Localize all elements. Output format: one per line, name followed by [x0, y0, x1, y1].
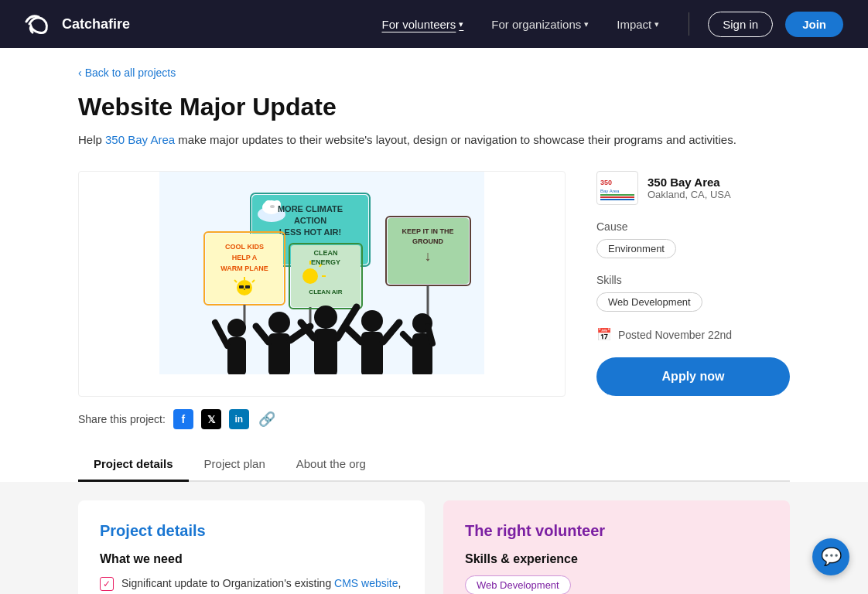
svg-text:KEEP IT IN THE: KEEP IT IN THE: [402, 227, 454, 235]
org-info: 350 Bay Area Oakland, CA, USA: [648, 176, 731, 200]
org-location: Oakland, CA, USA: [648, 189, 731, 200]
org-name: 350 Bay Area: [648, 176, 731, 189]
svg-text:ACTION: ACTION: [294, 216, 326, 225]
svg-text:Bay Area: Bay Area: [600, 189, 620, 193]
right-card-title: The right volunteer: [465, 522, 768, 540]
cause-label: Cause: [596, 220, 790, 233]
svg-text:LESS HOT AIR!: LESS HOT AIR!: [279, 227, 341, 237]
svg-rect-64: [600, 194, 634, 196]
project-image-column: MORE CLIMATE ACTION LESS HOT AIR! CLEAN …: [78, 171, 566, 429]
project-image: MORE CLIMATE ACTION LESS HOT AIR! CLEAN …: [78, 171, 566, 397]
bottom-cards: Project details What we need ✓ Significa…: [63, 500, 805, 594]
svg-text:HELP A: HELP A: [232, 254, 258, 261]
chat-icon: 💬: [821, 547, 842, 567]
logo[interactable]: Catchafire: [25, 12, 130, 36]
svg-rect-42: [227, 337, 246, 376]
join-button[interactable]: Join: [785, 12, 843, 37]
breadcrumb-label: Back to all projects: [85, 67, 176, 79]
skill-tag-pink: Web Development: [465, 575, 571, 594]
svg-text:MORE CLIMATE: MORE CLIMATE: [278, 204, 343, 213]
svg-text:WARM PLANE: WARM PLANE: [220, 265, 268, 272]
nav-volunteers[interactable]: For volunteers ▾: [371, 12, 474, 37]
checkbox-row: ✓ Significant update to Organization's e…: [100, 575, 403, 594]
link-share-icon[interactable]: 🔗: [257, 409, 277, 429]
apply-button[interactable]: Apply now: [596, 357, 790, 396]
logo-text: Catchafire: [62, 16, 130, 32]
posted-text: Posted November 22nd: [618, 329, 732, 341]
twitter-share-icon[interactable]: 𝕏: [201, 409, 221, 429]
svg-rect-53: [361, 332, 383, 377]
svg-point-14: [302, 268, 318, 284]
chevron-down-icon: ▾: [584, 19, 589, 29]
cms-link[interactable]: CMS website: [334, 577, 398, 589]
chat-button[interactable]: 💬: [812, 538, 849, 575]
tab-project-details[interactable]: Project details: [78, 448, 189, 482]
org-card: 350 Bay Area 350 Bay Area Oakland, CA, U…: [596, 171, 790, 205]
chevron-down-icon: ▾: [459, 19, 463, 29]
skills-tag: Web Development: [596, 292, 702, 312]
skills-label: Skills: [596, 274, 790, 286]
checkbox-icon: ✓: [100, 577, 114, 591]
svg-rect-66: [600, 199, 634, 200]
desc-suffix: make major updates to their website's la…: [175, 133, 736, 146]
svg-text:GROUND: GROUND: [412, 237, 443, 245]
svg-point-44: [268, 312, 290, 333]
svg-rect-35: [245, 285, 250, 288]
tabs-bar: Project details Project plan About the o…: [78, 448, 790, 482]
svg-text:350: 350: [600, 179, 612, 186]
svg-text:COOL KIDS: COOL KIDS: [225, 243, 264, 251]
svg-point-7: [270, 205, 275, 208]
skills-section: Skills Web Development: [596, 274, 790, 312]
bottom-section: Project details What we need ✓ Significa…: [0, 482, 868, 594]
facebook-share-icon[interactable]: f: [173, 409, 193, 429]
back-arrow-icon: ‹: [78, 67, 82, 79]
svg-text:CLEAN AIR: CLEAN AIR: [309, 288, 342, 295]
cause-tag: Environment: [596, 239, 676, 258]
svg-point-48: [314, 306, 337, 329]
linkedin-share-icon[interactable]: in: [229, 409, 249, 429]
svg-point-41: [227, 319, 246, 337]
what-we-need-title: What we need: [100, 552, 403, 566]
project-sidebar: 350 Bay Area 350 Bay Area Oakland, CA, U…: [596, 171, 790, 396]
svg-rect-65: [600, 196, 634, 198]
calendar-icon: 📅: [596, 327, 612, 342]
svg-rect-34: [239, 285, 244, 288]
chevron-down-icon: ▾: [654, 19, 659, 29]
checkbox-text: Significant update to Organization's exi…: [121, 575, 403, 594]
breadcrumb[interactable]: ‹ Back to all projects: [78, 67, 790, 79]
nav-impact[interactable]: Impact ▾: [606, 12, 670, 37]
share-row: Share this project: f 𝕏 in 🔗: [78, 409, 566, 429]
svg-point-52: [361, 310, 383, 332]
right-card: The right volunteer Skills & experience …: [443, 500, 790, 594]
nav-organizations[interactable]: For organizations ▾: [480, 12, 600, 37]
detail-card: Project details What we need ✓ Significa…: [78, 500, 425, 594]
signin-button[interactable]: Sign in: [708, 12, 773, 37]
org-logo: 350 Bay Area: [596, 171, 638, 205]
tab-project-plan[interactable]: Project plan: [189, 448, 281, 482]
svg-text:CLEAN: CLEAN: [314, 249, 338, 257]
svg-rect-49: [314, 329, 337, 377]
org-link[interactable]: 350 Bay Area: [105, 133, 175, 146]
svg-rect-60: [159, 374, 484, 396]
cause-section: Cause Environment: [596, 220, 790, 258]
svg-text:ENERGY: ENERGY: [311, 258, 340, 266]
page-title: Website Major Update: [78, 93, 790, 121]
svg-text:↓: ↓: [425, 248, 432, 264]
tab-about-org[interactable]: About the org: [281, 448, 381, 482]
page-description: Help 350 Bay Area make major updates to …: [78, 131, 790, 149]
nav-divider: [689, 12, 689, 36]
posted-row: 📅 Posted November 22nd: [596, 327, 790, 342]
share-label: Share this project:: [78, 413, 166, 425]
desc-prefix: Help: [78, 133, 105, 146]
nav-links: For volunteers ▾ For organizations ▾ Imp…: [371, 12, 843, 37]
skills-exp-title: Skills & experience: [465, 552, 768, 566]
project-layout: MORE CLIMATE ACTION LESS HOT AIR! CLEAN …: [78, 171, 790, 429]
detail-card-title: Project details: [100, 522, 403, 540]
navigation: Catchafire For volunteers ▾ For organiza…: [0, 0, 868, 48]
